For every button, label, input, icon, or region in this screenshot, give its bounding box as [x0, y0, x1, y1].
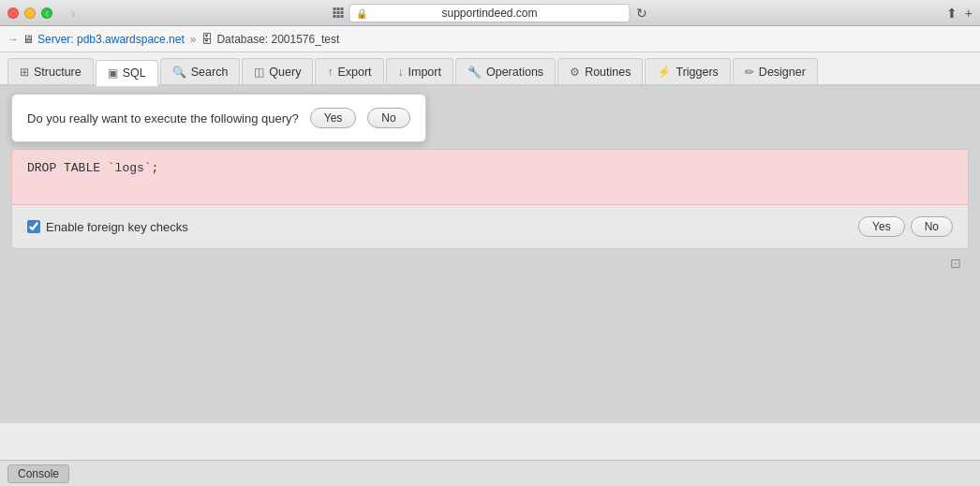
query-tab-icon: ◫ — [254, 66, 264, 79]
titlebar-right: ⬆ + — [946, 6, 973, 21]
database-breadcrumb: Database: 2001576_test — [216, 33, 339, 46]
foreign-key-label[interactable]: Enable foreign key checks — [27, 220, 188, 234]
sql-tab-label: SQL — [123, 66, 146, 80]
foreign-key-checkbox[interactable] — [27, 220, 40, 233]
app-grid-icon[interactable] — [334, 7, 344, 18]
options-buttons: Yes No — [858, 216, 953, 237]
share-button[interactable]: ⬆ — [946, 6, 958, 21]
server-icon: 🖥 — [22, 33, 34, 46]
close-button[interactable] — [7, 7, 19, 19]
server-breadcrumb[interactable]: Server: pdb3.awardspace.net — [37, 33, 185, 46]
resize-icon[interactable]: ⊡ — [950, 256, 961, 271]
tabbar: ⊞Structure▣SQL🔍Search◫Query↑Export↓Impor… — [0, 52, 980, 86]
nav-arrow[interactable]: → — [7, 33, 19, 46]
import-tab-icon: ↓ — [398, 66, 404, 79]
reload-button[interactable]: ↻ — [636, 6, 647, 21]
tab-search[interactable]: 🔍Search — [160, 58, 241, 84]
tab-designer[interactable]: ✏Designer — [733, 58, 818, 84]
structure-tab-label: Structure — [34, 66, 82, 79]
tab-structure[interactable]: ⊞Structure — [7, 58, 94, 84]
confirm-question: Do you really want to execute the follow… — [27, 111, 299, 125]
operations-tab-label: Operations — [486, 66, 543, 79]
routines-tab-label: Routines — [585, 66, 631, 79]
options-yes-button[interactable]: Yes — [858, 216, 905, 237]
triggers-tab-label: Triggers — [676, 66, 718, 79]
export-tab-icon: ↑ — [327, 66, 333, 79]
tab-export[interactable]: ↑Export — [315, 58, 383, 84]
sql-tab-icon: ▣ — [108, 66, 118, 80]
breadcrumb-sep: » — [190, 33, 197, 46]
titlebar: ‹ › 🔒 supportindeed.com ↻ ⬆ + — [0, 0, 980, 26]
foreign-key-text: Enable foreign key checks — [46, 220, 188, 234]
options-area: Enable foreign key checks Yes No — [11, 205, 969, 249]
tab-sql[interactable]: ▣SQL — [96, 60, 158, 86]
lock-icon: 🔒 — [356, 7, 367, 18]
confirm-dialog: Do you really want to execute the follow… — [11, 94, 426, 142]
search-tab-label: Search — [191, 66, 229, 79]
address-bar[interactable]: 🔒 supportindeed.com — [349, 4, 631, 22]
tab-import[interactable]: ↓Import — [386, 58, 453, 84]
main-content: Do you really want to execute the follow… — [0, 86, 980, 423]
tab-operations[interactable]: 🔧Operations — [455, 58, 556, 84]
routines-tab-icon: ⚙ — [570, 66, 580, 79]
back-button[interactable]: ‹ — [36, 4, 58, 22]
minimize-button[interactable] — [24, 7, 36, 19]
export-tab-label: Export — [337, 66, 371, 79]
confirm-yes-button[interactable]: Yes — [310, 108, 357, 128]
query-text: DROP TABLE `logs`; — [27, 161, 158, 175]
console-bar: Console — [0, 460, 980, 486]
url-text: supportindeed.com — [441, 7, 537, 20]
new-tab-button[interactable]: + — [965, 6, 973, 21]
confirm-no-button[interactable]: No — [367, 108, 409, 128]
query-tab-label: Query — [269, 66, 301, 79]
import-tab-label: Import — [408, 66, 441, 79]
console-button[interactable]: Console — [7, 464, 69, 483]
database-icon: 🗄 — [201, 33, 213, 46]
forward-button[interactable]: › — [62, 4, 84, 22]
operations-tab-icon: 🔧 — [468, 66, 482, 79]
structure-tab-icon: ⊞ — [20, 66, 29, 79]
tab-triggers[interactable]: ⚡Triggers — [645, 58, 730, 84]
triggers-tab-icon: ⚡ — [657, 66, 671, 79]
query-display: DROP TABLE `logs`; — [11, 149, 969, 205]
tab-routines[interactable]: ⚙Routines — [557, 58, 643, 84]
breadcrumb-bar: → 🖥 Server: pdb3.awardspace.net » 🗄 Data… — [0, 26, 980, 52]
resize-area: ⊡ — [11, 249, 969, 277]
designer-tab-label: Designer — [759, 66, 806, 79]
tab-query[interactable]: ◫Query — [242, 58, 313, 84]
options-no-button[interactable]: No — [911, 216, 953, 237]
designer-tab-icon: ✏ — [745, 66, 754, 79]
search-tab-icon: 🔍 — [172, 66, 186, 79]
